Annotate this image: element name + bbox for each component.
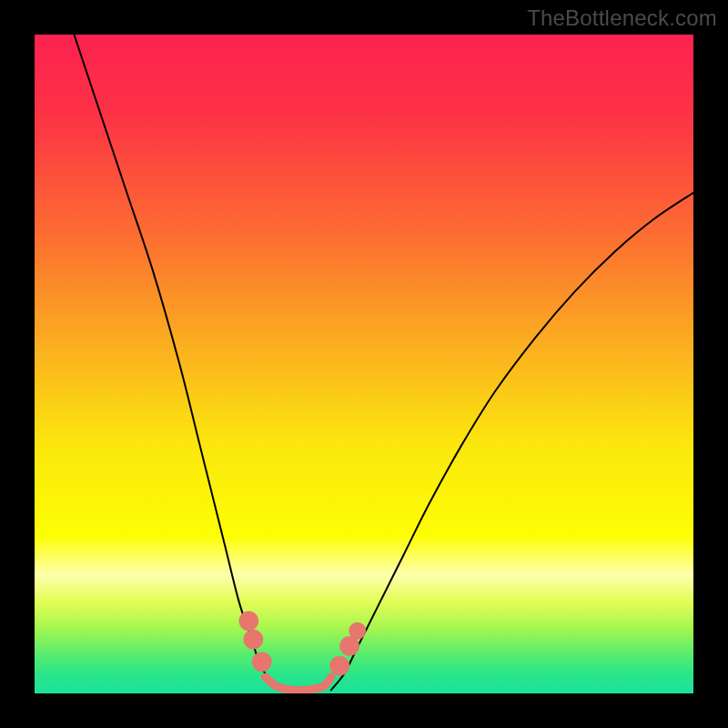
marker-1 — [244, 630, 264, 650]
marker-5 — [349, 622, 366, 640]
marker-0 — [238, 612, 258, 632]
plot-area — [35, 35, 693, 693]
watermark-text: TheBottleneck.com — [527, 5, 717, 31]
marker-3 — [329, 656, 349, 676]
gradient-background — [35, 35, 693, 693]
chart-frame: TheBottleneck.com — [0, 0, 728, 728]
marker-2 — [252, 652, 272, 672]
chart-svg — [35, 35, 693, 693]
